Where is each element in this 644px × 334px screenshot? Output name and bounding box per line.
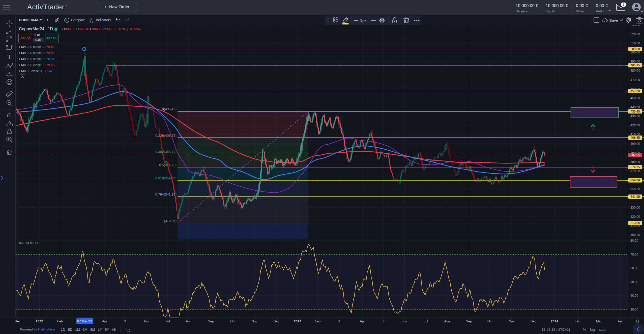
svg-text:3: 3 <box>383 319 384 323</box>
svg-text:Jul: Jul <box>424 319 428 323</box>
svg-text:380.00: 380.00 <box>630 160 640 164</box>
svg-text:x: x <box>92 21 93 23</box>
svg-text:374.25: 374.25 <box>631 165 640 169</box>
svg-text:485.95: 485.95 <box>631 64 640 67</box>
svg-text:f: f <box>90 18 92 22</box>
svg-text:Apr: Apr <box>102 319 107 323</box>
svg-text:490.00: 490.00 <box>630 60 640 63</box>
svg-text:330.00: 330.00 <box>630 206 640 209</box>
svg-text:510.00: 510.00 <box>630 42 640 45</box>
svg-text:313.05: 313.05 <box>631 221 640 225</box>
svg-text:Oct: Oct <box>230 319 236 323</box>
svg-text:440.00: 440.00 <box>630 105 640 109</box>
svg-text:480.00: 480.00 <box>630 69 640 72</box>
svg-text:‹: ‹ <box>16 319 17 323</box>
svg-text:70.00: 70.00 <box>630 253 638 256</box>
svg-text:457.60: 457.60 <box>631 90 640 93</box>
svg-text:Feb: Feb <box>57 319 63 323</box>
svg-text:1px: 1px <box>360 18 367 23</box>
svg-text:07 Mar '22: 07 Mar '22 <box>77 319 93 323</box>
svg-text:300.00: 300.00 <box>630 233 640 237</box>
svg-text:30.00: 30.00 <box>630 308 638 311</box>
svg-text:470.00: 470.00 <box>630 78 640 82</box>
svg-text:Feb: Feb <box>575 319 580 323</box>
svg-text:3: 3 <box>124 319 126 323</box>
svg-text:Feb: Feb <box>315 319 320 323</box>
svg-text:1: 1 <box>623 3 624 7</box>
svg-text:Jun: Jun <box>143 319 149 323</box>
svg-text:Dec: Dec <box>530 319 536 323</box>
svg-text:387.55: 387.55 <box>631 153 640 157</box>
svg-text:Oct: Oct <box>487 319 493 323</box>
svg-text:0.382(388.70): 0.382(388.70) <box>155 150 177 154</box>
svg-text:430.00: 430.00 <box>630 115 640 118</box>
svg-text:320.00: 320.00 <box>630 215 640 218</box>
svg-text:Mar: Mar <box>596 319 602 323</box>
svg-text:341.95: 341.95 <box>631 195 640 199</box>
svg-text:503.80: 503.80 <box>631 47 640 51</box>
svg-text:50.00: 50.00 <box>630 280 638 284</box>
svg-text:T: T <box>8 53 11 60</box>
svg-text:Nov: Nov <box>251 319 257 323</box>
svg-text:0.236(406.55): 0.236(406.55) <box>155 134 177 137</box>
svg-text:Aug: Aug <box>186 319 191 323</box>
svg-text:2023: 2023 <box>294 319 301 323</box>
svg-text:Nov: Nov <box>509 319 515 323</box>
svg-text:406.55: 406.55 <box>631 136 640 140</box>
svg-text:420.00: 420.00 <box>630 124 640 127</box>
svg-text:40.00: 40.00 <box>630 294 638 297</box>
svg-text:Sep: Sep <box>466 319 472 323</box>
svg-text:0.764(341.95): 0.764(341.95) <box>155 192 177 196</box>
svg-text:0.618(359.80): 0.618(359.80) <box>155 176 177 180</box>
svg-text:Dec: Dec <box>15 319 21 323</box>
svg-text:Jun: Jun <box>402 319 407 323</box>
svg-text:350.00: 350.00 <box>630 187 640 191</box>
svg-text:Aug: Aug <box>444 319 450 323</box>
svg-text:80.00: 80.00 <box>630 239 638 242</box>
svg-text:370.00: 370.00 <box>630 169 640 173</box>
svg-text:2: 2 <box>338 319 340 323</box>
svg-text:Jul: Jul <box>166 319 170 323</box>
svg-text:435.45: 435.45 <box>631 110 640 113</box>
svg-text:2024: 2024 <box>551 319 559 323</box>
svg-text:Sep: Sep <box>208 319 214 323</box>
svg-text:450.00: 450.00 <box>630 96 640 100</box>
svg-text:Apr: Apr <box>618 319 623 323</box>
svg-text:Dec: Dec <box>273 319 279 323</box>
svg-text:500.00: 500.00 <box>630 51 640 54</box>
svg-text:Save: Save <box>609 18 618 22</box>
svg-text:60.00: 60.00 <box>630 266 638 270</box>
svg-text:1(313.05): 1(313.05) <box>162 219 177 223</box>
svg-text:400.00: 400.00 <box>630 142 640 146</box>
svg-text:520.00: 520.00 <box>630 33 640 36</box>
svg-text:Apr: Apr <box>360 319 365 323</box>
svg-text:2022: 2022 <box>36 319 43 323</box>
svg-text:0(435.45): 0(435.45) <box>162 107 177 111</box>
svg-text:359.80: 359.80 <box>631 179 640 182</box>
